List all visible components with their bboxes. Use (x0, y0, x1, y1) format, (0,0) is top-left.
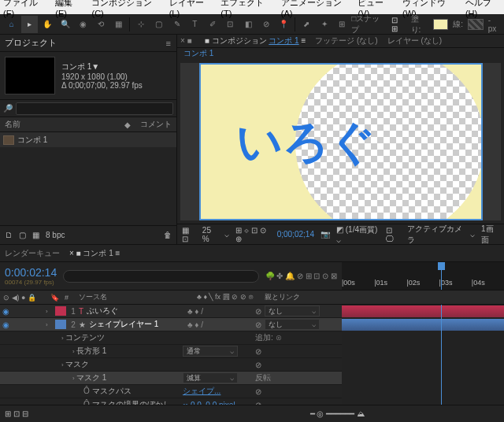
property-row[interactable]: › マスク⊘ (0, 358, 342, 372)
layer-tab[interactable]: レイヤー (なし) (387, 35, 442, 46)
project-item[interactable]: コンポ 1 (0, 132, 176, 147)
rect-tool[interactable]: ▢ (150, 16, 168, 33)
search-input[interactable] (16, 102, 173, 115)
stroke-width[interactable]: - px (488, 16, 501, 33)
bpc-button[interactable]: 8 bpc (46, 231, 65, 239)
comp-resolution: 1920 x 1080 (1.00) (61, 72, 143, 81)
rotate-tool[interactable]: ⟲ (92, 16, 109, 33)
col-parent[interactable]: 親とリンク (261, 291, 356, 304)
breadcrumb[interactable]: コンポ 1 (183, 48, 213, 59)
property-row[interactable]: › コンテンツ追加: ⊙ (0, 331, 342, 345)
footage-tab[interactable]: フッテージ (なし) (315, 35, 377, 46)
interpret-icon[interactable]: 🗋 (5, 231, 13, 239)
col-label[interactable]: ◆ (120, 117, 135, 131)
new-folder-icon[interactable]: ▢ (19, 231, 26, 239)
playhead[interactable] (441, 262, 442, 290)
fill-swatch[interactable] (433, 19, 449, 30)
comp-icon (3, 135, 14, 145)
anchor-tool[interactable]: ⊹ (132, 16, 150, 33)
property-row[interactable]: › 長方形 1通常⊘ (0, 345, 342, 358)
world-axis[interactable]: ✦ (316, 16, 333, 33)
comp-panel-tab[interactable]: ■ コンポジション コンポ 1 ≡ (205, 35, 306, 46)
timeline-frame: 00074 (29.97 fps) (5, 279, 57, 286)
search-icon: 🔎 (3, 104, 13, 113)
col-source[interactable]: ソース名 (76, 291, 194, 304)
property-row[interactable]: Ô マスクの境界のぼかし∞ 0.0, 0.0 pixel⊘ (0, 398, 342, 405)
layer-row[interactable]: ◉ ›1 T ぶいろぐ ♣ ♦ /⊘ なし (0, 305, 342, 318)
comp-thumbnail[interactable] (5, 57, 55, 94)
hand-tool[interactable]: ✋ (39, 16, 56, 33)
view-axis[interactable]: ⊞ (334, 16, 351, 33)
zoom-slider[interactable]: ━ ◎ ━━━━━━ ⛰ (310, 409, 365, 418)
pen-tool[interactable]: ✎ (169, 16, 186, 33)
text-tool[interactable]: T (186, 16, 203, 33)
property-row[interactable]: › マスク 1減算反転 (0, 372, 342, 385)
canvas-text: いろぐ (236, 112, 376, 173)
stroke-label: 線: (453, 19, 463, 30)
project-tab[interactable]: プロジェクト (5, 37, 57, 49)
composition-viewer[interactable]: いろぐ (199, 63, 483, 220)
camera-tool[interactable]: ▦ (110, 16, 128, 33)
resolution-dd[interactable]: ◩ (1/4画質) ⌵ (336, 224, 380, 244)
alpha-toggle[interactable]: ▦ ⊡ (182, 226, 196, 243)
col-comment[interactable]: コメント (135, 117, 176, 131)
trash-icon[interactable]: 🗑 (164, 231, 172, 239)
local-axis[interactable]: ⬈ (298, 16, 315, 33)
comp-duration: Δ 0;00;07;00, 29.97 fps (61, 81, 143, 90)
render-queue-tab[interactable]: レンダーキュー (5, 248, 60, 259)
layer-bar-1[interactable] (342, 305, 504, 317)
new-comp-icon[interactable]: ▦ (32, 231, 39, 239)
fill-label: 塗り: (411, 13, 428, 35)
timeline-search[interactable] (63, 270, 258, 283)
orbit-tool[interactable]: ◉ (75, 16, 92, 33)
puppet-tool[interactable]: 📍 (276, 16, 293, 33)
col-switches[interactable]: ♣ ♦ ╲ fx 圓 ⊘ ⊘ ⊙ (194, 291, 261, 304)
comp-name: コンポ 1▼ (61, 61, 143, 72)
toggle-switches-icon[interactable]: ⊞ ⊡ ⊟ (5, 409, 28, 418)
eraser-tool[interactable]: ◧ (239, 16, 257, 33)
stroke-swatch[interactable] (468, 19, 484, 30)
layer-row[interactable]: ◉ ›2 ★ シェイプレイヤー 1 ♣ ♦ /⊘ なし (0, 318, 342, 331)
home-icon[interactable]: ⌂ (3, 16, 20, 33)
brush-tool[interactable]: ✐ (204, 16, 221, 33)
timeline-comp-tab[interactable]: × ■ コンポ 1 ≡ (69, 248, 120, 259)
panel-menu-icon[interactable]: ≡ (166, 39, 172, 48)
roto-tool[interactable]: ⊘ (258, 16, 275, 33)
selection-tool[interactable]: ▸ (21, 16, 39, 33)
views-dd[interactable]: 1画面 (481, 224, 499, 246)
layer-bar-2[interactable] (342, 319, 504, 331)
zoom-level[interactable]: 25 % (202, 226, 219, 243)
zoom-tool[interactable]: 🔍 (57, 16, 74, 33)
preview-timecode[interactable]: 0;00;02;14 (277, 230, 314, 239)
snap-checkbox[interactable]: □スナップ (351, 13, 387, 35)
property-row[interactable]: Ô マスクパスシェイプ...⊘ (0, 385, 342, 398)
snapshot-icon[interactable]: 📷 (321, 230, 330, 239)
stamp-tool[interactable]: ⊡ (222, 16, 239, 33)
camera-dd[interactable]: アクティブカメラ (407, 224, 464, 246)
col-name[interactable]: 名前 (0, 117, 120, 131)
timeline-timecode[interactable]: 0:00:02:14 (5, 266, 57, 279)
